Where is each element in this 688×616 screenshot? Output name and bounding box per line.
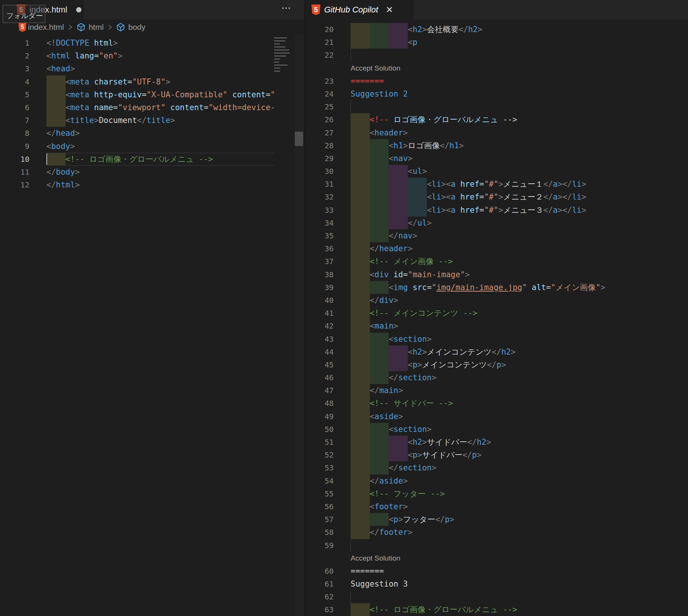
code-line-40[interactable]: 40</div> [305, 294, 688, 307]
code-line-21[interactable]: 21<p [305, 36, 688, 49]
indent-rainbow-block [351, 371, 370, 384]
code-text: <!DOCTYPE html> [46, 37, 118, 49]
code-line-38[interactable]: 38<div id="main-image"> [305, 268, 688, 281]
code-line-43[interactable]: 43<section> [305, 333, 688, 346]
indent-rainbow-block [389, 346, 408, 358]
code-line-36[interactable]: 36</header> [305, 242, 688, 255]
code-line-62[interactable]: 62 [305, 590, 688, 603]
code-line-63[interactable]: 63<!-- ロゴ画像・グローバルメニュ --> [305, 603, 688, 616]
code-line-50[interactable]: 50<section> [305, 423, 688, 436]
code-line-22[interactable]: 22 [305, 49, 688, 61]
indent-rainbow-block [389, 436, 408, 449]
close-icon[interactable]: ✕ [386, 5, 393, 14]
code-line-32[interactable]: 32<li><a href="#">メニュー２</a></li> [305, 190, 688, 203]
minimap[interactable] [274, 37, 291, 74]
code-line-10[interactable]: 10<!-- ロゴ画像・グローバルメニュ --> [0, 153, 274, 166]
code-line-31[interactable]: 31<li><a href="#">メニュー１</a></li> [305, 178, 688, 190]
code-text: <!-- ロゴ画像・グローバルメニュ --> [66, 153, 213, 166]
more-actions-button[interactable]: ⋯ [281, 2, 292, 14]
code-line-47[interactable]: 47</main> [305, 384, 688, 397]
code-line-28[interactable]: 28<h1>ロゴ画像</h1> [305, 139, 688, 152]
code-line-2[interactable]: 2<html lang="en"> [0, 49, 274, 62]
code-line-39[interactable]: 39<img src="img/main-image.jpg" alt="メイン… [305, 281, 688, 294]
code-line-33[interactable]: 33<li><a href="#">メニュー３</a></li> [305, 204, 688, 217]
symbol-cube-icon [77, 23, 86, 32]
code-text: <li><a href="#">メニュー１</a></li> [427, 178, 586, 190]
indent-rainbow-block [408, 178, 427, 190]
accept-solution-link[interactable]: Accept Solution [305, 62, 400, 75]
code-line-48[interactable]: 48<!-- サイドバー --> [305, 397, 688, 410]
indent-rainbow-block [351, 500, 370, 513]
indent-rainbow-block [370, 333, 389, 346]
code-line-11[interactable]: 11</body> [0, 166, 274, 178]
code-line-59[interactable]: 59 [305, 539, 688, 552]
tab-github-copilot[interactable]: 5 GitHub Copilot ✕ [305, 0, 414, 20]
code-line-35[interactable]: 35</nav> [305, 229, 688, 242]
code-line-5[interactable]: 5<meta http-equiv="X-UA-Compatible" cont… [0, 88, 274, 101]
code-line-20[interactable]: 20<h2>会社概要</h2> [305, 23, 688, 36]
code-line-45[interactable]: 45<p>メインコンテンツ</p> [305, 358, 688, 371]
line-number: 31 [305, 178, 351, 190]
code-line-26[interactable]: 26<!-- ロゴ画像・グローバルメニュ --> [305, 113, 688, 126]
code-line-1[interactable]: 1<!DOCTYPE html> [0, 37, 274, 49]
code-line-4[interactable]: 4<meta charset="UTF-8"> [0, 75, 274, 88]
html5-file-icon: 5 [18, 23, 26, 32]
indent-rainbow-block [351, 410, 370, 423]
code-line-42[interactable]: 42<main> [305, 320, 688, 332]
code-line-41[interactable]: 41<!-- メインコンテンツ --> [305, 307, 688, 320]
accept-solution-link[interactable]: Accept Solution [305, 552, 400, 565]
code-text: <head> [46, 62, 75, 75]
code-line-30[interactable]: 30<ul> [305, 165, 688, 178]
scrollbar-track[interactable] [295, 35, 304, 616]
code-line-29[interactable]: 29<nav> [305, 152, 688, 165]
code-line-54[interactable]: 54</aside> [305, 475, 688, 487]
code-text: <body> [46, 140, 75, 153]
modified-dot-icon[interactable] [76, 7, 81, 12]
copilot-suggestions-editor[interactable]: 20<h2>会社概要</h2>21<p22Accept Solution23==… [305, 20, 688, 616]
code-line-7[interactable]: 7<title>Document</title> [0, 114, 274, 127]
code-line-23[interactable]: 23======= [305, 75, 688, 88]
codelens-accept-solution[interactable]: Accept Solution [305, 62, 688, 75]
breadcrumb-item-file[interactable]: index.html [28, 23, 64, 32]
line-number: 60 [305, 565, 351, 578]
indent-rainbow-block [351, 384, 370, 397]
scrollbar-slider[interactable] [295, 132, 303, 146]
code-line-49[interactable]: 49<aside> [305, 410, 688, 423]
line-number: 38 [305, 268, 351, 281]
code-line-37[interactable]: 37<!-- メイン画像 --> [305, 255, 688, 268]
code-line-51[interactable]: 51<h2>サイドバー</h2> [305, 436, 688, 449]
code-line-57[interactable]: 57<p>フッター</p> [305, 513, 688, 526]
code-editor-left[interactable]: 1<!DOCTYPE html>2<html lang="en">3<head>… [0, 35, 274, 616]
code-line-60[interactable]: 60======= [305, 565, 688, 578]
code-line-44[interactable]: 44<h2>メインコンテンツ</h2> [305, 346, 688, 358]
code-line-61[interactable]: 61Suggestion 3 [305, 578, 688, 590]
code-line-25[interactable]: 25 [305, 100, 688, 113]
breadcrumb-item-body[interactable]: body [128, 23, 146, 32]
code-text: <title>Document</title> [66, 114, 175, 127]
code-line-9[interactable]: 9<body> [0, 140, 274, 153]
code-line-3[interactable]: 3<head> [0, 62, 274, 75]
code-line-8[interactable]: 8</head> [0, 127, 274, 140]
breadcrumb-item-html[interactable]: html [89, 23, 104, 32]
code-line-27[interactable]: 27<header> [305, 126, 688, 139]
indent-rainbow-block [370, 165, 389, 178]
code-line-34[interactable]: 34</ul> [305, 217, 688, 229]
code-text: <p>サイドバー</p> [408, 449, 482, 461]
code-text: <section> [389, 423, 432, 436]
code-text: </footer> [370, 526, 413, 539]
code-line-12[interactable]: 12</html> [0, 178, 274, 191]
code-line-52[interactable]: 52<p>サイドバー</p> [305, 449, 688, 461]
code-line-24[interactable]: 24Suggestion 2 [305, 88, 688, 100]
code-line-58[interactable]: 58</footer> [305, 526, 688, 539]
code-line-46[interactable]: 46</section> [305, 371, 688, 384]
code-line-56[interactable]: 56<footer> [305, 500, 688, 513]
minimap-line [274, 61, 279, 63]
code-line-6[interactable]: 6<meta name="viewport" content="width=de… [0, 101, 274, 114]
code-text: <nav> [389, 152, 412, 165]
code-line-55[interactable]: 55<!-- フッター --> [305, 487, 688, 500]
line-number: 21 [305, 36, 351, 49]
editor-group-left: 5 index.html ⋯ フォルダー 5 index.html > html… [0, 0, 304, 616]
line-number: 51 [305, 436, 351, 449]
code-line-53[interactable]: 53</section> [305, 461, 688, 474]
codelens-accept-solution[interactable]: Accept Solution [305, 552, 688, 565]
